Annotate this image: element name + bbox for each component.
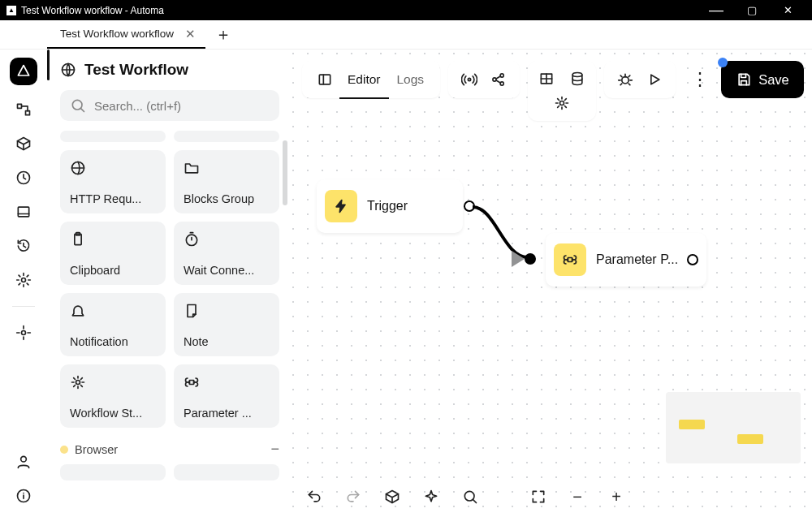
block-http-request[interactable]: HTTP Requ...: [60, 150, 166, 213]
nav-rail: [0, 50, 47, 517]
block-workflow-state[interactable]: Workflow St...: [60, 364, 166, 428]
undo-icon[interactable]: [302, 485, 326, 509]
globe-icon: [60, 62, 76, 78]
svg-point-6: [21, 456, 27, 462]
save-button[interactable]: Save: [721, 61, 804, 98]
unsaved-badge-icon: [718, 58, 728, 67]
node-input-port[interactable]: [525, 253, 536, 265]
nav-element-picker-icon[interactable]: [14, 323, 33, 343]
share-icon[interactable]: [484, 65, 513, 94]
tab-logs[interactable]: Logs: [389, 61, 433, 98]
broadcast-icon[interactable]: [455, 65, 484, 94]
svg-point-5: [22, 331, 26, 335]
block-label: Clipboard: [70, 264, 156, 277]
block-clipboard[interactable]: Clipboard: [60, 222, 166, 285]
nav-packages-icon[interactable]: [14, 134, 33, 153]
node-output-port[interactable]: [464, 200, 475, 212]
redo-icon[interactable]: [341, 485, 365, 509]
data-tools-segment: [528, 61, 596, 121]
save-icon: [736, 71, 752, 88]
window-title-bar: ▲ Test Workflow workflow - Automa — ▢ ✕: [0, 0, 812, 20]
window-maximize-button[interactable]: ▢: [734, 4, 770, 16]
nav-history-icon[interactable]: [14, 236, 33, 256]
node-label: Parameter P...: [596, 252, 678, 267]
table-icon[interactable]: [533, 67, 560, 91]
nav-storage-icon[interactable]: [14, 202, 33, 222]
share-segment: [448, 61, 520, 98]
svg-point-21: [572, 73, 582, 77]
block-label: Notification: [70, 335, 156, 348]
collapse-icon[interactable]: −: [270, 441, 279, 458]
search-input[interactable]: [94, 99, 270, 113]
database-icon[interactable]: [564, 67, 591, 91]
svg-rect-15: [319, 75, 330, 84]
svg-rect-3: [18, 207, 28, 217]
node-output-port[interactable]: [687, 254, 698, 265]
app-logo[interactable]: [10, 58, 37, 85]
zoom-search-icon[interactable]: [458, 485, 482, 509]
run-icon[interactable]: [640, 65, 669, 94]
search-icon: [70, 97, 86, 114]
search-blocks[interactable]: [60, 90, 279, 121]
sparkle-icon[interactable]: [419, 485, 443, 509]
run-segment: [604, 61, 676, 98]
more-menu-icon[interactable]: ⋮: [684, 61, 716, 98]
svg-point-23: [622, 77, 628, 84]
close-tab-icon[interactable]: ✕: [185, 27, 196, 41]
section-dot-icon: [60, 446, 68, 454]
cube-icon[interactable]: [380, 485, 404, 509]
block-label: Note: [184, 335, 270, 348]
blocks-scrollbar[interactable]: [283, 140, 287, 205]
svg-point-22: [560, 101, 564, 106]
block-parameter-prompt[interactable]: Parameter ...: [174, 364, 279, 428]
zoom-out-button[interactable]: −: [565, 485, 590, 509]
toggle-panel-icon[interactable]: [310, 65, 339, 94]
workflow-title-text: Test Workflow: [84, 61, 188, 79]
editor-tabs: Editor Logs: [302, 61, 440, 98]
nav-info-icon[interactable]: [14, 486, 33, 506]
workflow-title: Test Workflow: [60, 61, 279, 79]
fit-view-icon[interactable]: [526, 485, 551, 509]
block-note[interactable]: Note: [174, 293, 279, 356]
debug-icon[interactable]: [611, 65, 640, 94]
globe-icon: [70, 160, 156, 178]
nav-settings-icon[interactable]: [14, 270, 33, 290]
nav-schedule-icon[interactable]: [14, 168, 33, 187]
workflow-settings-icon[interactable]: [548, 91, 576, 115]
command-icon: [184, 374, 270, 392]
nav-account-icon[interactable]: [14, 452, 33, 472]
tab-strip: Test Workflow workflow ✕ ＋: [0, 20, 812, 50]
block-label: Workflow St...: [70, 407, 156, 420]
workflow-tab[interactable]: Test Workflow workflow ✕: [47, 20, 205, 49]
node-trigger[interactable]: Trigger: [317, 179, 463, 233]
edge-arrow-icon: [512, 251, 525, 267]
block-blocks-group[interactable]: Blocks Group: [174, 150, 279, 213]
window-minimize-button[interactable]: —: [698, 2, 734, 19]
section-browser[interactable]: Browser −: [60, 441, 279, 458]
clipboard-icon: [70, 231, 156, 249]
window-title: Test Workflow workflow - Automa: [21, 5, 164, 16]
new-tab-button[interactable]: ＋: [205, 20, 241, 49]
node-parameter-prompt[interactable]: Parameter P...: [546, 233, 706, 287]
minimap[interactable]: [666, 392, 801, 463]
block-label: HTTP Requ...: [70, 192, 156, 205]
note-icon: [184, 303, 270, 321]
folder-icon: [184, 160, 270, 178]
save-label: Save: [758, 72, 789, 88]
zoom-in-button[interactable]: +: [604, 485, 628, 509]
window-close-button[interactable]: ✕: [770, 4, 806, 16]
svg-point-14: [76, 381, 80, 385]
editor-canvas[interactable]: Editor Logs ⋮: [291, 50, 812, 517]
tab-editor[interactable]: Editor: [339, 62, 389, 99]
bell-icon: [70, 303, 156, 321]
node-label: Trigger: [367, 199, 408, 213]
nav-workflows-icon[interactable]: [14, 100, 33, 119]
blocks-panel: Test Workflow HTTP Requ... Blocks Group: [47, 50, 291, 517]
svg-point-16: [468, 78, 470, 80]
app-icon: ▲: [6, 6, 16, 15]
block-notification[interactable]: Notification: [60, 293, 166, 356]
block-wait-connections[interactable]: Wait Conne...: [174, 222, 279, 285]
block-label: Parameter ...: [184, 407, 270, 420]
gear-icon: [70, 374, 156, 392]
zoom-controls: − +: [526, 485, 628, 509]
